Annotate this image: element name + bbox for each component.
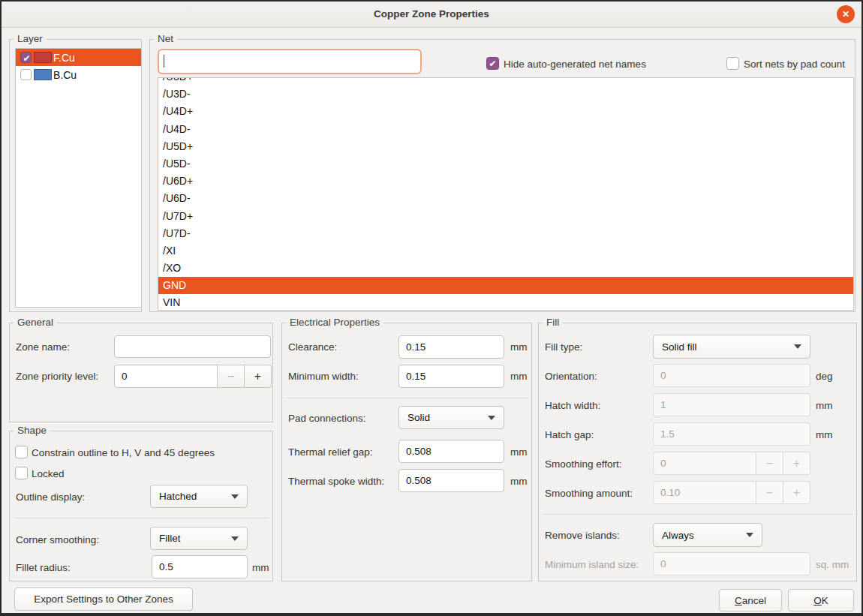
hatch-gap-unit: mm [816,429,833,440]
thermal-relief-gap-input[interactable] [398,440,504,463]
smoothing-effort-increment-button: + [783,452,810,475]
net-row[interactable]: /U6D+ [158,173,853,190]
zone-priority-input[interactable]: 0 [114,365,218,388]
sort-nets-checkbox[interactable] [726,57,739,70]
clearance-label: Clearance: [288,341,337,353]
net-row[interactable]: /U5D+ [158,138,853,155]
export-settings-button[interactable]: Export Settings to Other Zones [14,587,193,611]
smoothing-effort-spinner: 0 − + [653,452,810,475]
layer-fcu-color-swatch [34,52,52,63]
smoothing-amount-label: Smoothing amount: [545,488,633,499]
layer-item-fcu[interactable]: F.Cu [16,49,141,66]
fill-group-label: Fill [543,317,563,328]
title-bar: Copper Zone Properties ✕ [2,2,861,28]
electrical-group-label: Electrical Properties [286,317,383,328]
clearance-input[interactable] [398,335,504,359]
cancel-button[interactable]: Cancel [719,589,782,611]
thermal-relief-gap-label: Thermal relief gap: [288,446,373,458]
net-row[interactable]: /XO [158,260,853,277]
locked-checkbox[interactable] [15,467,28,479]
fill-group: Fill Fill type: Solid fill Orientation: … [538,323,857,581]
net-row[interactable]: /U6D- [158,190,853,207]
copper-zone-properties-dialog: Copper Zone Properties ✕ Layer F.Cu B.Cu… [0,0,863,616]
export-settings-label: Export Settings to Other Zones [34,593,173,605]
net-row[interactable]: /U5D- [158,155,853,173]
layer-list: F.Cu B.Cu [15,48,142,308]
hatch-width-unit: mm [816,400,833,411]
chevron-down-icon [488,416,495,420]
smoothing-effort-input: 0 [653,452,756,475]
hide-autogen-nets-checkbox[interactable] [486,57,499,70]
corner-smoothing-dropdown[interactable]: Fillet [150,527,248,550]
fillet-radius-input[interactable] [152,555,248,578]
ok-label: K [822,595,828,606]
sort-nets-label: Sort nets by pad count [744,59,845,70]
layer-bcu-checkbox[interactable] [20,69,32,80]
zone-priority-spinner: 0 − + [114,365,272,388]
layer-group-label: Layer [14,33,47,44]
layer-fcu-checkbox[interactable] [20,52,32,63]
layer-fcu-label: F.Cu [53,52,75,64]
layer-bcu-label: B.Cu [53,69,77,81]
hatch-width-label: Hatch width: [545,400,600,411]
minimum-island-size-label: Minimum island size: [545,559,639,570]
net-filter-input[interactable] [158,49,422,74]
net-row[interactable]: /XI [158,242,853,260]
thermal-spoke-width-unit: mm [510,476,528,487]
thermal-spoke-width-label: Thermal spoke width: [288,476,384,487]
smoothing-amount-decrement-button: − [756,481,783,504]
layer-group: Layer F.Cu B.Cu [9,39,142,312]
cancel-label: ancel [742,595,766,606]
smoothing-amount-spinner: 0.10 − + [653,481,810,504]
minimum-island-size-unit: sq. mm [816,559,849,570]
minimum-width-unit: mm [510,371,528,382]
remove-islands-label: Remove islands: [545,530,620,541]
minimum-island-size-input [653,552,810,575]
remove-islands-dropdown[interactable]: Always [653,523,762,547]
net-row[interactable]: /U4D+ [158,103,853,120]
shape-group-label: Shape [14,425,50,436]
net-row[interactable]: /U4D- [158,121,853,138]
net-row[interactable]: /U7D+ [158,208,853,225]
close-icon: ✕ [842,9,849,20]
general-group-label: General [14,317,57,328]
chevron-down-icon [231,494,239,499]
outline-display-value: Hatched [159,491,197,502]
chevron-down-icon [794,344,801,349]
layer-item-bcu[interactable]: B.Cu [16,66,141,83]
net-row-selected[interactable]: GND [158,277,853,294]
orientation-unit: deg [816,371,833,382]
fill-type-label: Fill type: [545,341,582,353]
net-row[interactable]: /U3D- [158,86,853,103]
electrical-separator [287,398,528,398]
fillet-radius-label: Fillet radius: [16,562,71,573]
pad-connections-dropdown[interactable]: Solid [398,406,504,429]
fill-type-dropdown[interactable]: Solid fill [653,335,810,359]
zone-name-input[interactable] [114,335,271,358]
outline-display-label: Outline display: [16,491,85,503]
close-button[interactable]: ✕ [837,5,855,23]
zone-priority-decrement-button[interactable]: − [218,365,245,388]
chevron-down-icon [746,533,753,537]
zone-priority-increment-button[interactable]: + [245,365,272,388]
thermal-spoke-width-input[interactable] [398,469,504,492]
net-row[interactable]: /U3D+ [158,77,853,86]
fillet-radius-unit: mm [252,562,269,573]
hatch-width-input [653,393,810,416]
constrain-outline-label: Constrain outline to H, V and 45 degrees [32,447,215,458]
minimum-width-label: Minimum width: [288,371,359,382]
net-row[interactable]: /U7D- [158,225,853,242]
text-caret [164,55,164,68]
outline-display-dropdown[interactable]: Hatched [150,485,248,508]
shape-group: Shape Constrain outline to H, V and 45 d… [9,431,273,581]
locked-label: Locked [32,468,65,479]
net-row[interactable]: VIN [158,294,853,311]
smoothing-effort-decrement-button: − [756,452,783,475]
orientation-label: Orientation: [545,371,597,382]
minimum-width-input[interactable] [398,365,504,388]
dialog-title: Copper Zone Properties [2,8,861,20]
fill-separator [543,514,853,515]
constrain-outline-checkbox[interactable] [15,446,28,458]
cancel-accel: C [735,595,742,606]
ok-button[interactable]: OK [788,589,854,611]
